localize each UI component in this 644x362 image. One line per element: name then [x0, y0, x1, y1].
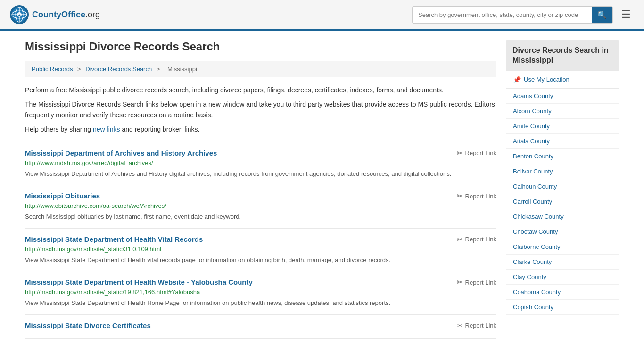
list-item: Attala County [506, 134, 619, 149]
list-item: Claiborne County [506, 239, 619, 255]
sidebar-county-3[interactable]: Attala County [506, 134, 619, 148]
main-content: Mississippi Divorce Records Search Publi… [25, 40, 496, 339]
sidebar-county-8[interactable]: Chickasaw County [506, 209, 619, 224]
result-item: Mississippi Department of Archives and H… [25, 142, 496, 186]
list-item: Carroll County [506, 194, 619, 209]
result-desc-1: Search Mississippi obituaries by last na… [25, 212, 496, 222]
result-item: Mississippi Obituaries ✂ Report Link htt… [25, 185, 496, 229]
result-url-1: http://www.obitsarchive.com/oa-search/we… [25, 202, 496, 209]
logo-icon: ✦ [9, 5, 29, 25]
sidebar-county-7[interactable]: Carroll County [506, 194, 619, 209]
list-item: Clay County [506, 270, 619, 285]
list-item: Alcorn County [506, 104, 619, 119]
list-item: Choctaw County [506, 224, 619, 239]
breadcrumb: Public Records > Divorce Records Search … [25, 61, 496, 77]
search-button[interactable]: 🔍 [592, 7, 612, 23]
list-item: Adams County [506, 89, 619, 104]
result-item: Mississippi State Department of Health W… [25, 272, 496, 315]
result-desc-2: View Mississippi State Department of Hea… [25, 255, 496, 265]
scissors-icon-4: ✂ [457, 321, 463, 330]
result-url-0: http://www.mdah.ms.gov/arrec/digital_arc… [25, 159, 496, 166]
sidebar-county-1[interactable]: Alcorn County [506, 104, 619, 118]
result-title-1[interactable]: Mississippi Obituaries [25, 192, 100, 200]
page-description: Perform a free Mississippi public divorc… [25, 85, 496, 135]
header-right: 🔍 ☰ [412, 6, 635, 24]
sidebar-content: 📌 Use My Location Adams CountyAlcorn Cou… [506, 71, 619, 315]
report-link-button-1[interactable]: ✂ Report Link [457, 192, 496, 200]
site-header: ✦ CountyOffice.org 🔍 ☰ [0, 0, 644, 31]
list-item: Calhoun County [506, 179, 619, 194]
sidebar-county-10[interactable]: Claiborne County [506, 239, 619, 254]
scissors-icon-3: ✂ [457, 278, 463, 287]
sidebar-county-5[interactable]: Bolivar County [506, 164, 619, 179]
list-item: Benton County [506, 149, 619, 164]
list-item: Copiah County [506, 300, 619, 315]
search-bar: 🔍 [412, 6, 613, 24]
result-desc-0: View Mississippi Department of Archives … [25, 169, 496, 179]
sidebar-county-11[interactable]: Clarke County [506, 255, 619, 269]
list-item: Bolivar County [506, 164, 619, 179]
page-content: Mississippi Divorce Records Search Publi… [16, 31, 628, 348]
results-list: Mississippi Department of Archives and H… [25, 142, 496, 339]
report-link-button-2[interactable]: ✂ Report Link [457, 235, 496, 244]
report-link-button-3[interactable]: ✂ Report Link [457, 278, 496, 287]
page-title: Mississippi Divorce Records Search [25, 40, 496, 53]
sidebar-county-6[interactable]: Calhoun County [506, 179, 619, 194]
result-title-4[interactable]: Mississippi State Divorce Certificates [25, 321, 151, 329]
result-url-2: http://msdh.ms.gov/msdhsite/_static/31,0… [25, 246, 496, 253]
report-link-button-0[interactable]: ✂ Report Link [457, 149, 496, 157]
result-title-3[interactable]: Mississippi State Department of Health W… [25, 278, 253, 286]
menu-button[interactable]: ☰ [618, 7, 635, 23]
sidebar-title: Divorce Records Search in Mississippi [506, 40, 619, 71]
sidebar-county-0[interactable]: Adams County [506, 89, 619, 103]
new-links-link[interactable]: new links [93, 125, 120, 133]
sidebar-county-13[interactable]: Coahoma County [506, 285, 619, 299]
logo-area: ✦ CountyOffice.org [9, 5, 100, 25]
result-desc-3: View Mississippi State Department of Hea… [25, 298, 496, 308]
breadcrumb-current: Mississippi [167, 66, 197, 73]
result-title-0[interactable]: Mississippi Department of Archives and H… [25, 149, 217, 157]
report-link-button-4[interactable]: ✂ Report Link [457, 321, 496, 330]
sidebar-county-14[interactable]: Copiah County [506, 300, 619, 314]
search-input[interactable] [413, 8, 592, 22]
list-item: Coahoma County [506, 285, 619, 300]
list-item: Clarke County [506, 255, 619, 270]
list-item: Amite County [506, 119, 619, 134]
result-item: Mississippi State Department of Health V… [25, 229, 496, 272]
use-my-location-link[interactable]: Use My Location [524, 76, 570, 83]
location-icon: 📌 [513, 76, 521, 83]
result-item: Mississippi State Divorce Certificates ✂… [25, 315, 496, 339]
breadcrumb-public-records[interactable]: Public Records [32, 66, 73, 73]
sidebar-location: 📌 Use My Location [506, 71, 619, 89]
sidebar-county-9[interactable]: Choctaw County [506, 224, 619, 239]
logo-text: CountyOffice.org [32, 10, 100, 20]
breadcrumb-divorce-records-search[interactable]: Divorce Records Search [85, 66, 152, 73]
sidebar-county-12[interactable]: Clay County [506, 270, 619, 284]
result-url-3: http://msdh.ms.gov/msdhsite/_static/19,8… [25, 288, 496, 296]
scissors-icon-1: ✂ [457, 192, 463, 200]
scissors-icon-0: ✂ [457, 149, 463, 157]
result-title-2[interactable]: Mississippi State Department of Health V… [25, 235, 203, 243]
scissors-icon-2: ✂ [457, 235, 463, 244]
sidebar-county-4[interactable]: Benton County [506, 149, 619, 164]
list-item: Chickasaw County [506, 209, 619, 224]
sidebar-county-list: Adams CountyAlcorn CountyAmite CountyAtt… [506, 89, 619, 315]
sidebar-county-2[interactable]: Amite County [506, 119, 619, 133]
sidebar: Divorce Records Search in Mississippi 📌 … [506, 40, 619, 339]
svg-text:✦: ✦ [18, 14, 21, 17]
